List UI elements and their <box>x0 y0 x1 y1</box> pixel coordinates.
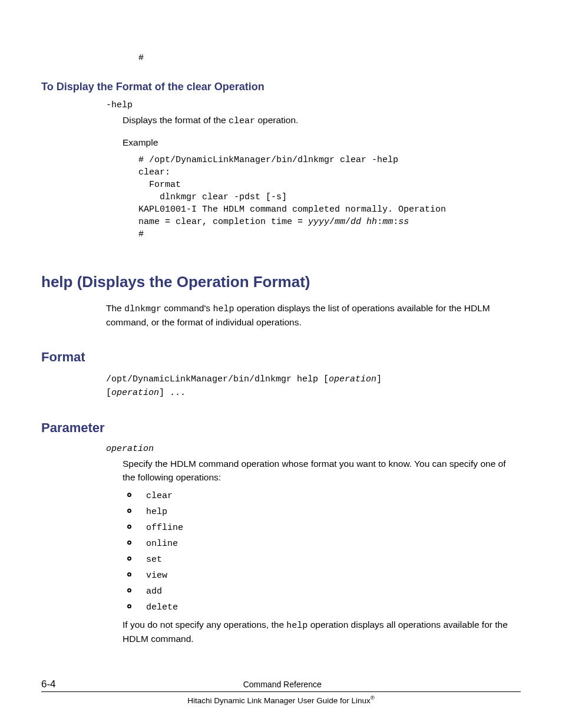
desc-text-pre: Displays the format of the <box>123 115 229 125</box>
list-item: delete <box>123 601 521 614</box>
intro-pre: The <box>106 303 124 313</box>
list-item: view <box>123 569 521 582</box>
code-sep4: : <box>393 217 398 227</box>
list-item: offline <box>123 522 521 534</box>
desc-code-clear: clear <box>229 116 255 126</box>
param-term-operation: operation <box>106 444 521 454</box>
intro-mid1: command's <box>161 303 213 313</box>
book-title-text: Hitachi Dynamic Link Manager User Guide … <box>187 696 371 704</box>
heading-help-operation: help (Displays the Operation Format) <box>41 273 521 291</box>
list-item: add <box>123 585 521 598</box>
fmt-l1-it: operation <box>329 374 376 384</box>
param-after: If you do not specify any operations, th… <box>123 618 521 645</box>
code-sep3: : <box>377 217 382 227</box>
fmt-l1-pre: /opt/DynamicLinkManager/bin/dlnkmgr help… <box>106 374 329 384</box>
code-it5: ss <box>398 217 409 227</box>
fmt-l2-post: ] ... <box>159 388 186 398</box>
example-code-block: # /opt/DynamicLinkManager/bin/dlnkmgr cl… <box>138 154 521 241</box>
heading-parameter: Parameter <box>41 420 521 436</box>
code-it1: yyyy <box>308 217 329 227</box>
code-fragment-hash: # <box>138 53 521 63</box>
list-item: set <box>123 554 521 566</box>
code-it2: mm <box>335 217 345 227</box>
list-item: help <box>123 506 521 518</box>
desc-help-flag: Displays the format of the clear operati… <box>123 114 521 128</box>
fmt-l2-it: operation <box>111 388 159 398</box>
page-number: 6-4 <box>41 678 56 690</box>
operations-list: clear help offline online set view add d… <box>123 490 521 614</box>
after-code: help <box>286 621 308 631</box>
help-intro: The dlnkmgr command's help operation dis… <box>106 302 521 329</box>
footer-line1: 6-4 Command Reference 6-4 <box>41 678 521 692</box>
heading-format: Format <box>41 350 521 365</box>
footer-chapter-title: Command Reference <box>56 680 509 689</box>
footer-book-title: Hitachi Dynamic Link Manager User Guide … <box>41 694 521 705</box>
heading-clear-help: To Display the Format of the clear Opera… <box>41 81 521 93</box>
param-desc: Specify the HDLM command operation whose… <box>123 457 521 484</box>
code-sep2: / <box>345 217 351 227</box>
format-syntax: /opt/DynamicLinkManager/bin/dlnkmgr help… <box>106 373 521 400</box>
code-it3: dd hh <box>351 217 377 227</box>
after-pre: If you do not specify any operations, th… <box>123 620 286 630</box>
list-item: clear <box>123 490 521 502</box>
registered-mark: ® <box>371 694 375 701</box>
page-footer: 6-4 Command Reference 6-4 Hitachi Dynami… <box>41 678 521 705</box>
fmt-l1-post: ] <box>376 374 382 384</box>
code-it4: mm <box>382 217 393 227</box>
fmt-l2-pre: [ <box>106 388 111 398</box>
desc-text-post: operation. <box>255 115 298 125</box>
code-end: # <box>138 229 144 239</box>
list-item: online <box>123 538 521 550</box>
code-sep1: / <box>329 217 335 227</box>
example-label: Example <box>123 136 521 149</box>
intro-code2: help <box>213 304 234 314</box>
term-help-flag: -help <box>106 100 521 110</box>
intro-code1: dlnkmgr <box>124 304 161 314</box>
code-part1: # /opt/DynamicLinkManager/bin/dlnkmgr cl… <box>138 155 446 227</box>
